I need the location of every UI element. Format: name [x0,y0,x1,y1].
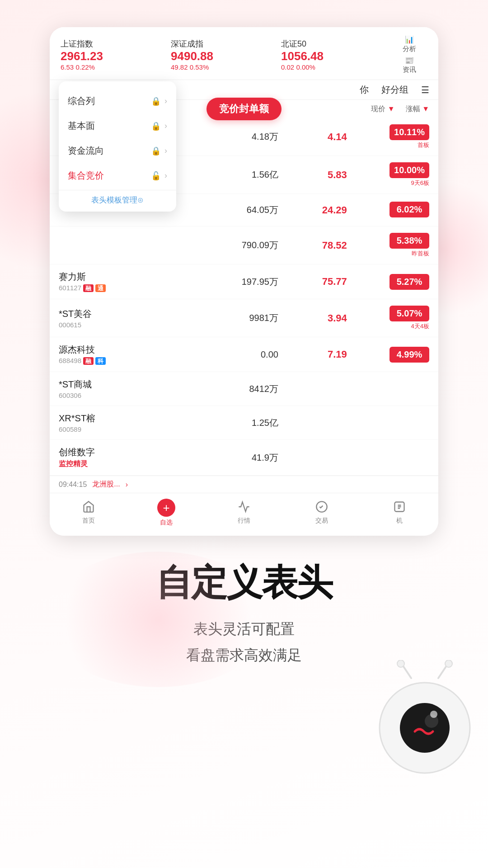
stock-name-9: 创维数字 [59,446,182,458]
news-icon: 📰 [405,56,414,65]
stock-price-4: 75.77 [278,276,347,288]
stock-name-8: XR*ST榕 [59,412,182,425]
ticker-bar: 上证指数 2961.23 6.53 0.22% 深证成指 9490.88 49.… [50,27,438,80]
nav-watchlist-label: 自选 [160,519,173,527]
stock-code-7: 600306 [59,392,182,399]
dropdown-item-0[interactable]: 综合列 🔒 › [59,89,176,113]
ticker-change-0: 6.53 0.22% [61,63,171,71]
nav-home[interactable]: 首页 [50,499,127,527]
ticker-shangzheng: 上证指数 2961.23 6.53 0.22% [61,38,171,71]
ticker-name-1: 深证成指 [171,38,281,49]
nav-trade[interactable]: 交易 [283,499,361,527]
jingpai-button[interactable]: 竞价封单额 [206,98,282,120]
stock-volume-8: 1.25亿 [182,417,278,429]
stock-change-1: 10.00% 9天6板 [347,162,429,187]
chart-icon: 📊 [405,35,414,44]
dropdown-item-1[interactable]: 基本面 🔒 › [59,113,176,138]
col-price-header: 现价 ▼ [371,104,394,114]
stock-volume-4: 197.95万 [182,276,278,288]
stock-row[interactable]: 源杰科技 688498 融 科 0.00 7.19 4.99% [50,337,438,372]
stock-row[interactable]: 创维数字 监控精灵 41.9万 [50,440,438,476]
dropdown-item-2[interactable]: 资金流向 🔒 › [59,138,176,163]
ticker-shenzheng: 深证成指 9490.88 49.82 0.53% [171,38,281,71]
stock-info-6: 源杰科技 688498 融 科 [59,344,182,365]
change-note-0: 首板 [347,141,429,149]
stock-volume-0: 4.18万 [182,131,278,143]
mascot-character [375,660,474,778]
news-label: 资讯 [403,66,416,74]
ticker-name-0: 上证指数 [61,38,171,49]
arrow-icon-2: › [164,146,167,156]
template-manager[interactable]: 表头模板管理⊙ [59,190,176,208]
col-change-header: 涨幅 ▼ [406,104,429,114]
change-badge-1: 10.00% [389,162,429,178]
change-badge-3: 5.38% [389,233,429,249]
add-icon: + [157,499,175,517]
stock-name-7: *ST商城 [59,378,182,391]
forward-icon: › [126,481,128,489]
dropdown-item-3[interactable]: 集合竞价 🔓 › [59,163,176,188]
change-badge-2: 6.02% [389,202,429,217]
stock-code-5: 000615 [59,321,182,329]
tab-you[interactable]: 你 [360,84,369,99]
change-badge-6: 4.99% [389,347,429,363]
dropdown-label-3: 集合竞价 [68,170,151,182]
svg-point-7 [400,703,450,753]
nav-ai[interactable]: 机 [361,499,438,527]
lock-icon-2: 🔒 [151,146,161,156]
stock-volume-6: 0.00 [182,349,278,360]
stock-code-8: 600589 [59,425,182,433]
dropdown-label-2: 资金流向 [68,145,151,157]
stock-volume-3: 790.09万 [182,239,278,251]
ticker-beizhheng: 北证50 1056.48 0.02 0.00% [281,38,391,71]
stock-row[interactable]: XR*ST榕 600589 1.25亿 [50,406,438,440]
nav-watchlist[interactable]: + 自选 [127,499,205,527]
stock-name-3 [59,240,182,250]
analysis-label: 分析 [403,45,416,53]
lock-icon-1: 🔒 [151,121,161,131]
stock-change-2: 6.02% [347,202,429,218]
nav-market[interactable]: 行情 [205,499,283,527]
stock-change-3: 5.38% 昨首板 [347,233,429,258]
arrow-icon-0: › [164,96,167,106]
stock-row[interactable]: 790.09万 78.52 5.38% 昨首板 [50,226,438,264]
home-icon [80,499,97,515]
stock-volume-7: 8412万 [182,383,278,395]
stock-row[interactable]: *ST商城 600306 8412万 [50,372,438,406]
lock-icon-3: 🔓 [151,171,161,181]
stock-row[interactable]: *ST美谷 000615 9981万 3.94 5.07% 4天4板 [50,299,438,337]
svg-point-9 [430,711,437,718]
stock-code-9: 监控精灵 [59,459,182,469]
column-dropdown: 综合列 🔒 › 基本面 🔒 › 资金流向 🔒 › 集合竞价 🔓 › 表头模板管理… [59,81,176,212]
dropdown-label-0: 综合列 [68,95,151,107]
stock-price-6: 7.19 [278,349,347,360]
stock-row[interactable]: 赛力斯 601127 融 通 197.95万 75.77 5.27% [50,264,438,299]
stock-price-2: 24.29 [278,204,347,216]
analysis-btn[interactable]: 📊 分析 [403,35,416,53]
stock-info-5: *ST美谷 000615 [59,308,182,329]
market-icon [236,499,252,515]
svg-point-5 [445,660,452,667]
change-note-3: 昨首板 [347,250,429,258]
news-btn[interactable]: 📰 资讯 [403,56,416,74]
dropdown-label-1: 基本面 [68,120,151,132]
app-status-bar: 09:44:15 龙洲股... › [50,476,438,493]
change-badge-0: 10.11% [389,124,429,140]
ticker-price-0: 2961.23 [61,49,171,63]
trade-icon [314,499,330,515]
stock-volume-9: 41.9万 [182,452,278,464]
tag-rong-4: 融 [83,284,94,292]
tab-groups[interactable]: 好分组 [381,84,408,99]
stock-info-4: 赛力斯 601127 融 通 [59,271,182,292]
stock-info-9: 创维数字 监控精灵 [59,446,182,469]
status-link[interactable]: 龙洲股... [92,480,120,489]
stock-price-3: 78.52 [278,240,347,251]
bottom-nav: 首页 + 自选 行情 交易 [50,493,438,536]
stock-change-6: 4.99% [347,347,429,363]
ticker-change-2: 0.02 0.00% [281,63,391,71]
nav-home-label: 首页 [82,517,95,525]
stock-name-5: *ST美谷 [59,308,182,320]
svg-point-3 [397,660,404,667]
change-badge-5: 5.07% [389,306,429,321]
menu-icon[interactable]: ☰ [421,85,429,99]
